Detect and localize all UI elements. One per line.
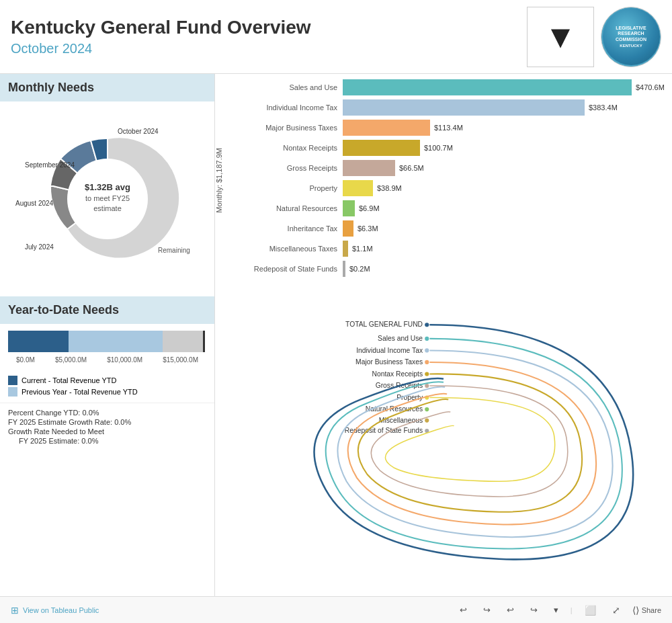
bar-fill-5 (343, 180, 373, 196)
more-button[interactable]: ▾ (550, 604, 562, 616)
svg-text:July 2024: July 2024 (25, 243, 54, 251)
ytd-header: Year-to-Date Needs (0, 296, 214, 324)
bar-value-5: $38.9M (377, 184, 402, 192)
tableau-grid-icon: ⊞ (11, 605, 19, 616)
page-subtitle: October 2024 (11, 41, 311, 56)
bar-track-2: $113.4M (343, 120, 665, 136)
ytd-bar-gray (163, 331, 203, 352)
undo2-button[interactable]: ↩ (503, 604, 518, 616)
bar-value-3: $100.7M (424, 144, 453, 152)
bar-label-8: Miscellaneous Taxes (228, 245, 343, 253)
bar-value-4: $66.5M (399, 164, 424, 172)
rotated-label-col: Monthly: $1,187.9M (215, 74, 223, 286)
right-top-section: Monthly: $1,187.9M Sales and Use$470.6MI… (215, 74, 672, 286)
bar-value-7: $6.3M (358, 224, 378, 233)
redo-button[interactable]: ↪ (479, 604, 495, 616)
share-button[interactable]: ⟨⟩ Share (632, 605, 661, 616)
expand-button[interactable]: ⤢ (608, 604, 624, 617)
bar-fill-0 (343, 79, 632, 95)
svg-point-22 (425, 360, 429, 364)
bar-label-7: Inheritance Tax (228, 224, 343, 233)
legend-current-label: Current - Total Revenue YTD (22, 376, 116, 384)
spiral-svg: TOTAL GENERAL FUND Sales and Use Individ… (222, 293, 665, 589)
svg-point-23 (425, 372, 429, 376)
svg-text:September 2024: September 2024 (25, 161, 75, 169)
bar-fill-7 (343, 220, 353, 237)
bar-track-8: $1.1M (343, 241, 665, 257)
logo-box: LEGISLATIVERESEARCHCOMMISSION KENTUCKY (601, 7, 661, 67)
svg-text:August 2024: August 2024 (15, 200, 54, 207)
share-icon: ⟨⟩ (632, 605, 639, 616)
svg-text:Miscellaneous: Miscellaneous (379, 417, 423, 424)
stats-area: Percent Change YTD: 0.0% FY 2025 Estimat… (0, 403, 214, 452)
ytd-bar-area: $0.0M $5,000.0M $10,000.0M $15,000.0M (0, 324, 214, 372)
bar-track-7: $6.3M (343, 220, 665, 237)
bar-track-5: $38.9M (343, 180, 665, 196)
bar-fill-6 (343, 200, 355, 216)
bar-label-6: Natural Resources (228, 204, 343, 212)
svg-text:Nontax Receipts: Nontax Receipts (372, 370, 423, 378)
monitor-button[interactable]: ⬜ (581, 604, 600, 617)
tableau-link[interactable]: View on Tableau Public (23, 606, 99, 614)
axis-15000: $15,000.0M (163, 356, 198, 364)
bar-track-9: $0.2M (343, 261, 665, 277)
share-label: Share (642, 606, 661, 614)
monthly-rotated-label: Monthly: $1,187.9M (215, 148, 223, 213)
bar-row-2: Major Business Taxes$113.4M (228, 120, 665, 136)
bar-row-3: Nontax Receipts$100.7M (228, 140, 665, 156)
header-title-block: Kentucky General Fund Overview October 2… (11, 17, 311, 56)
right-panel: Monthly: $1,187.9M Sales and Use$470.6MI… (215, 74, 672, 596)
svg-text:Natural Resources: Natural Resources (366, 405, 423, 413)
legend-previous-label: Previous Year - Total Revenue YTD (22, 388, 138, 396)
bar-label-0: Sales and Use (228, 83, 343, 91)
bar-row-7: Inheritance Tax$6.3M (228, 220, 665, 237)
bar-row-1: Individual Income Tax$383.4M (228, 99, 665, 116)
bar-fill-2 (343, 120, 430, 136)
page-title: Kentucky General Fund Overview (11, 17, 311, 38)
bar-label-2: Major Business Taxes (228, 124, 343, 132)
stat-fy2025-growth: FY 2025 Estimate Growth Rate: 0.0% (8, 418, 206, 426)
redo2-button[interactable]: ↪ (526, 604, 542, 616)
bar-value-8: $1.1M (352, 245, 373, 253)
filter-icon-box[interactable]: ▼ (527, 7, 594, 67)
spiral-chart: TOTAL GENERAL FUND Sales and Use Individ… (215, 286, 672, 596)
footer: ⊞ View on Tableau Public ↩ ↪ ↩ ↪ ▾ | ⬜ ⤢… (0, 596, 672, 623)
undo-button[interactable]: ↩ (456, 604, 471, 616)
monthly-needs-label: Monthly Needs (8, 81, 94, 94)
footer-right: ↩ ↪ ↩ ↪ ▾ | ⬜ ⤢ ⟨⟩ Share (456, 604, 661, 617)
donut-chart-svg: $1.32B avg to meet FY25 estimate October… (10, 108, 205, 290)
svg-text:Remaining: Remaining (158, 247, 190, 254)
svg-point-24 (425, 384, 429, 388)
bar-fill-9 (343, 261, 345, 277)
bar-label-5: Property (228, 184, 343, 192)
header-icons: ▼ LEGISLATIVERESEARCHCOMMISSION KENTUCKY (527, 7, 661, 67)
bar-track-1: $383.4M (343, 99, 665, 116)
axis-5000: $5,000.0M (55, 356, 87, 364)
legend-previous-icon (8, 387, 17, 397)
bar-label-1: Individual Income Tax (228, 103, 343, 112)
main-content: Monthly Needs $1.32B avg to meet FY (0, 74, 672, 596)
bar-row-5: Property$38.9M (228, 180, 665, 196)
bar-fill-4 (343, 160, 395, 176)
stat-fy2025-est: FY 2025 Estimate: 0.0% (8, 437, 206, 445)
bars-container: Sales and Use$470.6MIndividual Income Ta… (228, 79, 665, 277)
left-panel: Monthly Needs $1.32B avg to meet FY (0, 74, 215, 596)
legend-previous: Previous Year - Total Revenue YTD (8, 387, 206, 397)
ytd-bar-marker (203, 331, 205, 352)
bar-fill-1 (343, 99, 585, 116)
bar-label-9: Redeposit of State Funds (228, 265, 343, 273)
bar-value-9: $0.2M (349, 265, 370, 273)
svg-text:to meet FY25: to meet FY25 (85, 194, 129, 202)
svg-text:Individual Income Tax: Individual Income Tax (356, 347, 423, 354)
bar-value-1: $383.4M (589, 103, 618, 112)
ytd-bar-current (8, 331, 69, 352)
bar-chart-area: Sales and Use$470.6MIndividual Income Ta… (223, 74, 672, 286)
svg-text:Sales and Use: Sales and Use (378, 335, 423, 342)
svg-point-26 (425, 407, 429, 411)
monthly-needs-header: Monthly Needs (0, 74, 214, 101)
ytd-bar-previous (69, 331, 163, 352)
stat-growth-needed: Growth Rate Needed to Meet (8, 427, 206, 435)
bar-track-6: $6.9M (343, 200, 665, 216)
axis-10000: $10,000.0M (107, 356, 142, 364)
bar-fill-3 (343, 140, 420, 156)
